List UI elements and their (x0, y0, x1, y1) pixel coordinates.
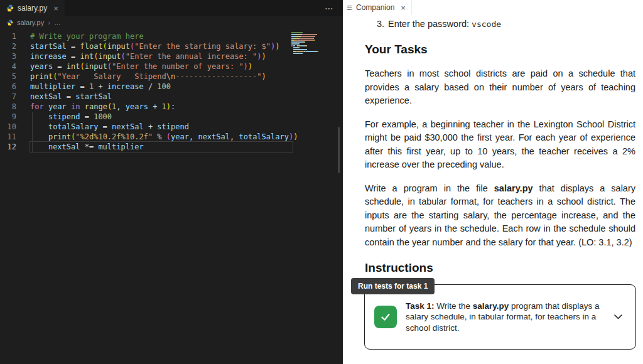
text-run: Teachers in most school districts are pa… (365, 68, 635, 105)
code-line[interactable]: 4years = int(input("Enter the number of … (0, 62, 343, 72)
code-line[interactable]: 11 print("%2d%10.2f%10.2f" % (year, next… (0, 132, 343, 142)
code-token: for (30, 102, 44, 111)
minimap-line (291, 43, 322, 45)
code-line[interactable]: 6multiplier = 1 + increase / 100 (0, 82, 343, 92)
code-token: "Enter the starting salary: $" (134, 42, 271, 51)
breadcrumb-file[interactable]: salary.py (17, 19, 44, 26)
line-number[interactable]: 4 (0, 62, 16, 72)
code-token (80, 102, 85, 111)
line-number[interactable]: 8 (0, 102, 16, 112)
code-token: ) (275, 42, 279, 51)
line-number[interactable]: 10 (0, 122, 16, 132)
minimap-segment (291, 41, 296, 43)
paragraph: Teachers in most school districts are pa… (365, 67, 635, 108)
minimap-line (291, 41, 322, 43)
code-token: input (85, 62, 107, 71)
code-token: = (67, 42, 80, 51)
code-line[interactable]: 5print("Year Salary Stipend\n-----------… (0, 72, 343, 82)
code-token: 1000 (94, 112, 112, 121)
code-token: ------------------" (175, 72, 261, 81)
code-token: = (67, 52, 80, 61)
chevron-down-icon[interactable] (613, 314, 623, 320)
code-token: int (67, 62, 80, 71)
task-description: Task 1: Write the salary.py program that… (406, 301, 613, 334)
line-number[interactable]: 3 (0, 51, 16, 62)
code-token: totalSalary (48, 122, 98, 131)
list-marker: 3. (377, 18, 384, 31)
paragraph: For example, a beginning teacher in the … (365, 118, 635, 172)
list-icon: ☰ (347, 4, 352, 11)
code-token: totalSalary (239, 132, 288, 141)
code-token: input (98, 52, 121, 61)
code-line[interactable]: 7nextSal = startSal (0, 92, 343, 102)
minimap-line (291, 45, 322, 46)
text-run: vscode (472, 19, 501, 29)
tab-salary-py[interactable]: salary.py × (0, 0, 65, 16)
minimap-segment (293, 49, 298, 50)
code-token: , (230, 132, 239, 141)
breadcrumb: salary.py › … (0, 16, 343, 29)
editor-actions-more-icon[interactable]: ⋯ (316, 0, 343, 16)
code-line[interactable]: 12 nextSal *= multiplier (0, 142, 343, 152)
editor-scrollbar[interactable] (338, 127, 340, 173)
line-number[interactable]: 9 (0, 112, 16, 122)
line-number[interactable]: 11 (0, 132, 16, 142)
code-token: year (171, 132, 189, 141)
minimap-segment (294, 40, 305, 41)
code-token: = (53, 62, 67, 71)
code-token: years (30, 62, 53, 71)
minimap-segment (318, 51, 318, 52)
code-token: *= (80, 142, 98, 151)
code-token: nextSal (198, 132, 230, 141)
line-number[interactable]: 6 (0, 82, 16, 92)
close-icon[interactable]: × (53, 4, 58, 13)
code-text: for year in range(1, years + 1): (30, 102, 293, 112)
minimap-segment (304, 49, 307, 50)
line-number[interactable]: 7 (0, 92, 16, 102)
code-token: % (153, 132, 166, 141)
line-number[interactable]: 5 (0, 72, 16, 82)
minimap-segment (306, 45, 307, 46)
text-run: Write a program in the file (365, 183, 494, 193)
tab-label: salary.py (18, 4, 47, 13)
code-text: print("%2d%10.2f%10.2f" % (year, nextSal… (30, 132, 298, 142)
code-text: years = int(input("Enter the number of y… (30, 62, 293, 72)
breadcrumb-more[interactable]: … (54, 19, 61, 26)
code-text: nextSal = startSal (30, 92, 293, 102)
minimap-segment (300, 38, 313, 39)
run-tests-button[interactable] (374, 306, 397, 328)
tab-companion[interactable]: ☰ Companion × (343, 0, 412, 15)
instructions-heading: Instructions (365, 260, 635, 276)
minimap-line (291, 34, 322, 35)
code-token: , (116, 102, 125, 111)
list-text: Enter the password: vscode (388, 18, 501, 31)
code-token (30, 112, 48, 121)
line-number[interactable]: 2 (0, 41, 16, 51)
text-run: Task 1: (406, 301, 435, 311)
code-token: ( (103, 42, 107, 51)
minimap-line (291, 32, 322, 33)
code-token: year (48, 102, 67, 111)
code-line[interactable]: 8for year in range(1, years + 1): (0, 102, 343, 112)
code-area[interactable]: 1# Write your program here2startSal = fl… (0, 29, 343, 364)
code-token: startSal (75, 92, 112, 101)
code-token: input (107, 42, 130, 51)
code-token (67, 102, 71, 111)
close-icon[interactable]: × (401, 3, 406, 13)
code-token (30, 122, 48, 131)
minimap[interactable] (291, 32, 322, 55)
code-line[interactable]: 9 stipend = 1000 (0, 112, 343, 122)
code-token: stipend (48, 112, 80, 121)
code-token: = (62, 92, 76, 101)
code-line[interactable]: 10 totalSalary = nextSal + stipend (0, 122, 343, 132)
python-icon (6, 4, 14, 12)
code-token: + (94, 82, 107, 91)
code-token: ) (257, 52, 261, 61)
code-token (44, 102, 48, 111)
line-number[interactable]: 1 (0, 31, 16, 41)
companion-panel: ☰ Companion × 3. Enter the password: vsc… (343, 0, 643, 364)
python-icon (7, 19, 13, 26)
line-number[interactable]: 12 (0, 142, 16, 152)
panel-tabbar: ☰ Companion × (343, 0, 643, 15)
code-text: increase = int(input("Enter the annual i… (30, 51, 293, 62)
